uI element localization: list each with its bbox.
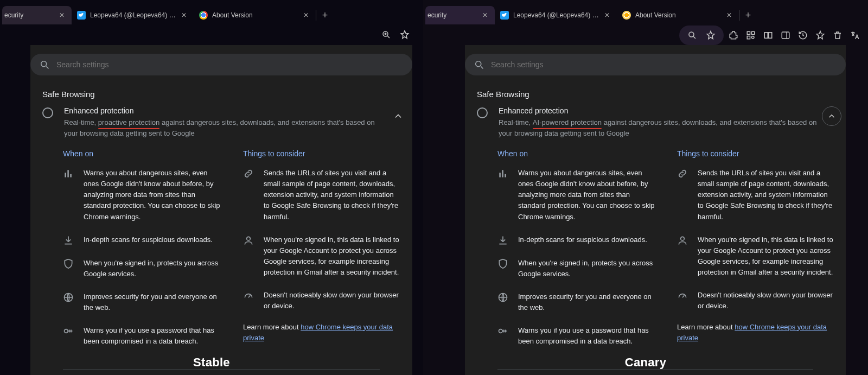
list-item: When you're signed in, this data is link… xyxy=(677,234,835,278)
reading-icon[interactable] xyxy=(761,28,776,43)
option-title: Enhanced protection xyxy=(64,106,384,115)
globe-icon xyxy=(497,292,508,303)
option-title: Enhanced protection xyxy=(499,106,818,115)
zoom-icon[interactable] xyxy=(685,28,700,43)
list-item: When you're signed in, protects you acro… xyxy=(497,258,655,279)
radio-icon[interactable] xyxy=(42,107,53,118)
svg-rect-2 xyxy=(65,173,66,177)
download-icon xyxy=(63,235,74,246)
when-on-column: When on Warns you about dangerous sites,… xyxy=(63,149,221,359)
option-subtitle: Real-time, proactive protection against … xyxy=(64,117,384,138)
gauge-icon xyxy=(243,290,254,301)
svg-rect-13 xyxy=(782,32,789,39)
tab-separator xyxy=(739,10,739,21)
shield-icon xyxy=(63,258,74,269)
close-icon[interactable]: ✕ xyxy=(180,11,188,20)
svg-rect-10 xyxy=(752,31,755,34)
collapse-button[interactable] xyxy=(388,106,408,126)
key-icon xyxy=(63,326,74,336)
search-input[interactable] xyxy=(491,60,837,69)
link-icon xyxy=(243,168,254,179)
section-heading: Safe Browsing xyxy=(30,80,412,104)
list-item: In-depth scans for suspicious downloads. xyxy=(63,234,221,246)
highlighted-phrase: AI-powered protection xyxy=(533,117,602,128)
tab-security[interactable]: ecurity ✕ xyxy=(425,6,495,24)
chart-icon xyxy=(497,168,508,179)
translate-icon[interactable] xyxy=(847,28,863,43)
close-icon[interactable]: ✕ xyxy=(481,11,489,20)
canary-icon xyxy=(622,11,631,20)
delete-icon[interactable] xyxy=(830,28,845,43)
learn-more: Learn more about how Chrome keeps your d… xyxy=(243,322,401,344)
details-columns: When on Warns you about dangerous sites,… xyxy=(465,145,846,359)
tab-about-version[interactable]: About Version ✕ xyxy=(617,6,739,24)
option-enhanced-protection[interactable]: Enhanced protection Real-time, AI-powere… xyxy=(465,104,846,145)
address-bar xyxy=(0,24,423,45)
toolbar-trailing xyxy=(726,28,863,43)
version-label: Stable xyxy=(193,355,230,370)
tab-label: ecurity xyxy=(427,11,477,19)
list-item: When you're signed in, this data is link… xyxy=(243,234,401,278)
tab-separator xyxy=(316,10,316,21)
radio-icon[interactable] xyxy=(477,107,488,118)
tab-label: ecurity xyxy=(4,11,54,19)
settings-search[interactable] xyxy=(465,54,846,75)
option-subtitle: Real-time, AI-powered protection against… xyxy=(499,117,818,138)
new-tab-button[interactable]: + xyxy=(317,8,333,23)
tab-twitter[interactable]: Leopeva64 (@Leopeva64) / Tw ✕ xyxy=(72,6,194,24)
list-item: Sends the URLs of sites you visit and a … xyxy=(243,168,401,223)
svg-point-7 xyxy=(247,237,251,240)
when-on-column: When on Warns you about dangerous sites,… xyxy=(497,149,655,359)
section-heading: Safe Browsing xyxy=(465,80,846,104)
zoom-icon[interactable] xyxy=(379,27,394,42)
bookmark-outline-icon[interactable] xyxy=(813,28,828,43)
version-label: Canary xyxy=(625,355,666,370)
tab-label: About Version xyxy=(212,11,298,19)
tab-twitter[interactable]: Leopeva64 (@Leopeva64) / Tw ✕ xyxy=(495,6,617,24)
svg-point-19 xyxy=(499,329,503,333)
new-tab-button[interactable]: + xyxy=(741,8,756,23)
learn-more: Learn more about how Chrome keeps your d… xyxy=(677,322,835,344)
address-bar xyxy=(423,24,868,46)
svg-rect-11 xyxy=(747,36,750,39)
settings-search[interactable] xyxy=(30,54,412,75)
chrome-icon xyxy=(199,11,208,20)
bookmark-star-icon[interactable] xyxy=(397,27,412,42)
tabstrip: ecurity ✕ Leopeva64 (@Leopeva64) / Tw ✕ … xyxy=(0,0,423,24)
consider-column: Things to consider Sends the URLs of sit… xyxy=(677,149,835,359)
svg-point-1 xyxy=(41,61,47,67)
tab-about-version[interactable]: About Version ✕ xyxy=(194,6,316,24)
pane-stable: ecurity ✕ Leopeva64 (@Leopeva64) / Tw ✕ … xyxy=(0,0,423,375)
bookmark-star-icon[interactable] xyxy=(703,28,718,43)
sidepanel-icon[interactable] xyxy=(778,28,793,43)
svg-rect-3 xyxy=(67,170,69,177)
highlighted-phrase: proactive protection xyxy=(98,117,159,128)
list-item: Sends the URLs of sites you visit and a … xyxy=(677,168,835,223)
settings-content: Safe Browsing Enhanced protection Real-t… xyxy=(423,45,868,375)
history-icon[interactable] xyxy=(795,28,810,43)
tab-security[interactable]: ecurity ✕ xyxy=(2,6,72,24)
settings-content: Safe Browsing Enhanced protection Real-t… xyxy=(0,45,423,375)
close-icon[interactable]: ✕ xyxy=(58,11,66,20)
option-enhanced-protection[interactable]: Enhanced protection Real-time, proactive… xyxy=(30,104,412,145)
close-icon[interactable]: ✕ xyxy=(302,11,310,20)
chart-icon xyxy=(63,168,74,179)
search-icon xyxy=(474,59,484,70)
close-icon[interactable]: ✕ xyxy=(603,11,611,20)
search-input[interactable] xyxy=(56,60,404,69)
list-item: Doesn't noticeably slow down your browse… xyxy=(677,290,835,312)
gauge-icon xyxy=(677,290,688,301)
svg-point-6 xyxy=(65,329,68,333)
svg-rect-17 xyxy=(505,174,506,177)
list-item: In-depth scans for suspicious downloads. xyxy=(497,234,655,246)
close-icon[interactable]: ✕ xyxy=(725,11,733,20)
chevron-up-icon xyxy=(827,111,837,121)
tabstrip: ecurity ✕ Leopeva64 (@Leopeva64) / Tw ✕ … xyxy=(423,0,868,24)
extensions-icon[interactable] xyxy=(726,28,741,43)
list-item: Doesn't noticeably slow down your browse… xyxy=(243,290,401,312)
lens-icon[interactable] xyxy=(743,28,758,43)
collapse-button[interactable] xyxy=(822,106,841,126)
column-heading: Things to consider xyxy=(677,149,835,158)
key-icon xyxy=(497,326,508,336)
globe-icon xyxy=(63,292,74,303)
